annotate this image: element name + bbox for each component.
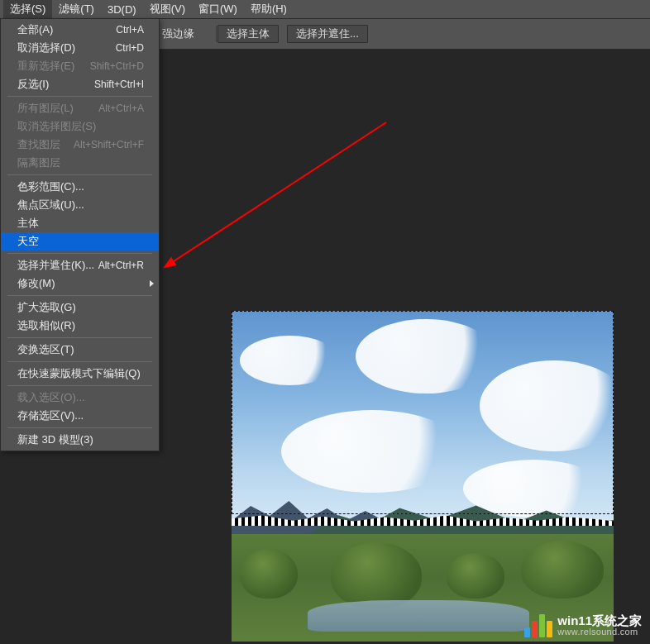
- watermark-logo-icon: [524, 613, 551, 639]
- menu-item-shortcut: Alt+Shift+Ctrl+F: [74, 139, 144, 150]
- tree-shape: [331, 542, 422, 608]
- menubar: 选择(S) 滤镜(T) 3D(D) 视图(V) 窗口(W) 帮助(H): [0, 0, 650, 18]
- menu-window[interactable]: 窗口(W): [192, 0, 244, 18]
- menu-item-find-layers: 查找图层 Alt+Shift+Ctrl+F: [1, 136, 159, 154]
- watermark: win11系统之家 www.relsound.com: [516, 608, 650, 644]
- water-shape: [308, 600, 529, 632]
- menu-item-sky[interactable]: 天空: [1, 232, 159, 250]
- menu-item-all-layers: 所有图层(L) Alt+Ctrl+A: [1, 99, 159, 117]
- menu-view[interactable]: 视图(V): [143, 0, 192, 18]
- options-btn-select-subject[interactable]: 选择主体: [217, 25, 279, 43]
- menu-item-deselect[interactable]: 取消选择(D) Ctrl+D: [1, 39, 159, 57]
- menu-item-label: 选取相似(R): [17, 318, 75, 333]
- menu-help[interactable]: 帮助(H): [244, 0, 294, 18]
- watermark-url: www.relsound.com: [557, 627, 642, 637]
- menu-item-transform-selection[interactable]: 变换选区(T): [1, 341, 159, 359]
- menu-item-label: 焦点区域(U)...: [17, 198, 84, 212]
- menu-item-label: 扩大选取(G): [17, 300, 76, 315]
- menu-item-label: 所有图层(L): [17, 101, 74, 116]
- menu-item-label: 修改(M): [17, 276, 55, 291]
- tree-shape: [447, 553, 504, 599]
- menu-item-label: 反选(I): [17, 77, 49, 92]
- menu-separator: [7, 361, 152, 362]
- menu-item-new-3d-extrusion[interactable]: 新建 3D 模型(3): [1, 431, 159, 449]
- tree-shape: [521, 541, 604, 599]
- menu-item-modify[interactable]: 修改(M): [1, 274, 159, 293]
- menu-item-label: 在快速蒙版模式下编辑(Q): [17, 366, 141, 381]
- menu-item-quick-mask[interactable]: 在快速蒙版模式下编辑(Q): [1, 365, 159, 383]
- menu-item-save-selection[interactable]: 存储选区(V)...: [1, 407, 159, 425]
- menu-item-load-selection: 载入选区(O)...: [1, 389, 159, 407]
- menu-item-color-range[interactable]: 色彩范围(C)...: [1, 178, 159, 196]
- menu-item-select-and-mask[interactable]: 选择并遮住(K)... Alt+Ctrl+R: [1, 256, 159, 274]
- menu-item-label: 选择并遮住(K)...: [17, 258, 94, 273]
- menu-item-label: 取消选择(D): [17, 41, 75, 55]
- menu-item-label: 变换选区(T): [17, 342, 74, 357]
- menu-item-all[interactable]: 全部(A) Ctrl+A: [1, 21, 159, 39]
- menu-separator: [7, 174, 152, 175]
- tree-shape: [240, 549, 298, 599]
- select-menu-dropdown: 全部(A) Ctrl+A 取消选择(D) Ctrl+D 重新选择(E) Shif…: [0, 18, 160, 451]
- menu-separator: [7, 253, 152, 254]
- menu-3d[interactable]: 3D(D): [101, 2, 143, 17]
- menu-separator: [7, 295, 152, 296]
- menu-item-label: 新建 3D 模型(3): [17, 432, 93, 447]
- selection-marquee: [232, 311, 614, 514]
- document-image[interactable]: [232, 311, 614, 642]
- menu-separator: [7, 427, 152, 428]
- options-btn-select-and-mask[interactable]: 选择并遮住...: [287, 25, 368, 43]
- menu-separator: [7, 385, 152, 386]
- menu-item-deselect-layers: 取消选择图层(S): [1, 117, 159, 136]
- menu-separator: [7, 96, 152, 97]
- menu-separator: [7, 337, 152, 338]
- menu-item-subject[interactable]: 主体: [1, 214, 159, 232]
- menu-filter[interactable]: 滤镜(T): [52, 0, 101, 18]
- options-edge-label: 强边缘: [162, 26, 194, 41]
- menu-item-label: 重新选择(E): [17, 59, 74, 74]
- chevron-right-icon: [150, 280, 154, 287]
- watermark-text: win11系统之家 www.relsound.com: [557, 614, 642, 637]
- watermark-title: win11系统之家: [557, 614, 642, 627]
- menu-item-label: 存储选区(V)...: [17, 408, 84, 423]
- menu-item-label: 主体: [17, 216, 39, 231]
- menu-item-reselect: 重新选择(E) Shift+Ctrl+D: [1, 57, 159, 75]
- menu-item-label: 全部(A): [17, 22, 53, 37]
- menu-item-shortcut: Shift+Ctrl+I: [94, 79, 144, 90]
- menu-item-label: 取消选择图层(S): [17, 119, 96, 134]
- menu-item-inverse[interactable]: 反选(I) Shift+Ctrl+I: [1, 75, 159, 93]
- menu-item-shortcut: Ctrl+A: [116, 24, 144, 36]
- menu-item-shortcut: Alt+Ctrl+A: [98, 103, 144, 114]
- menu-item-similar[interactable]: 选取相似(R): [1, 317, 159, 335]
- menu-item-label: 天空: [17, 234, 39, 249]
- menu-select[interactable]: 选择(S): [3, 0, 52, 18]
- menu-item-label: 色彩范围(C)...: [17, 179, 84, 194]
- menu-item-label: 载入选区(O)...: [17, 390, 85, 405]
- menu-item-isolate-layers: 隔离图层: [1, 154, 159, 172]
- menu-item-grow[interactable]: 扩大选取(G): [1, 298, 159, 317]
- menu-item-shortcut: Shift+Ctrl+D: [90, 60, 144, 72]
- menu-item-shortcut: Ctrl+D: [116, 42, 144, 54]
- menu-item-label: 查找图层: [17, 137, 60, 152]
- menu-item-shortcut: Alt+Ctrl+R: [98, 260, 144, 271]
- menu-item-focus-area[interactable]: 焦点区域(U)...: [1, 196, 159, 214]
- menu-item-label: 隔离图层: [17, 155, 60, 170]
